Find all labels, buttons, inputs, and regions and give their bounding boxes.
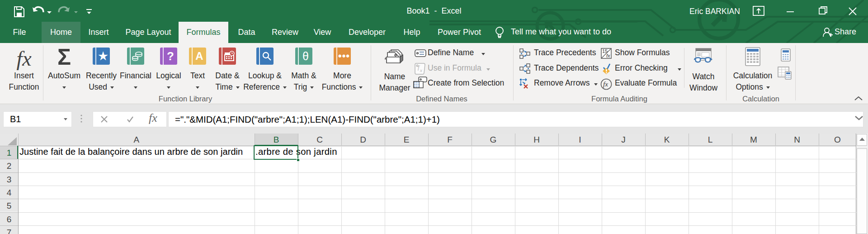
svg-text:x: x — [420, 67, 422, 73]
svg-text:fx: fx — [603, 81, 608, 88]
svg-text:fx: fx — [606, 53, 610, 58]
